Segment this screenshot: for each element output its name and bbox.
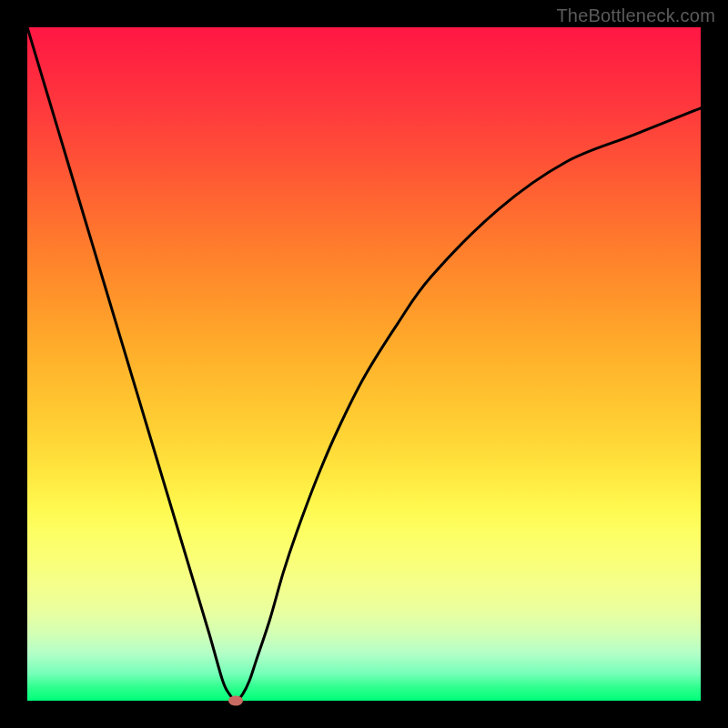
plot-area xyxy=(27,27,701,701)
watermark-text: TheBottleneck.com xyxy=(556,5,715,26)
chart-frame: TheBottleneck.com xyxy=(0,0,728,728)
min-marker xyxy=(228,696,243,706)
curve-layer xyxy=(27,27,701,701)
bottleneck-curve xyxy=(27,27,701,701)
